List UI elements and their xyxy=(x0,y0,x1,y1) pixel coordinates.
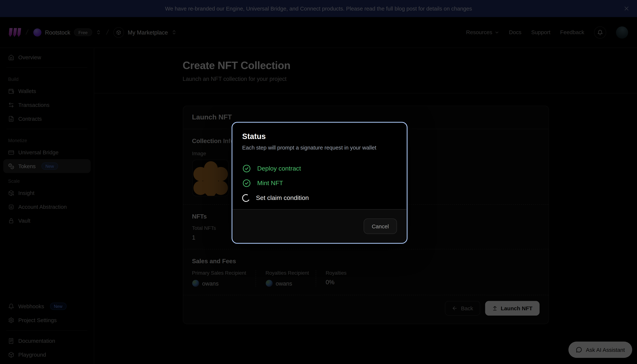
modal-footer: Cancel xyxy=(232,209,407,243)
modal-subtitle: Each step will prompt a signature reques… xyxy=(242,144,397,150)
cancel-button[interactable]: Cancel xyxy=(364,218,397,234)
spinner-icon xyxy=(241,193,251,202)
cancel-button-label: Cancel xyxy=(372,223,389,229)
step-mint-nft: Mint NFT xyxy=(242,176,397,190)
step-label: Set claim condition xyxy=(256,194,309,202)
step-set-claim-condition: Set claim condition xyxy=(242,190,397,205)
step-label: Mint NFT xyxy=(257,180,283,187)
modal-title: Status xyxy=(242,132,397,141)
check-circle-icon xyxy=(242,164,251,173)
status-modal: Status Each step will prompt a signature… xyxy=(232,122,408,244)
check-circle-icon xyxy=(242,179,251,188)
step-label: Deploy contract xyxy=(257,165,301,172)
step-deploy-contract: Deploy contract xyxy=(242,161,397,176)
thirdweb-dashboard: We have re-branded our Engine, Universal… xyxy=(0,0,637,364)
